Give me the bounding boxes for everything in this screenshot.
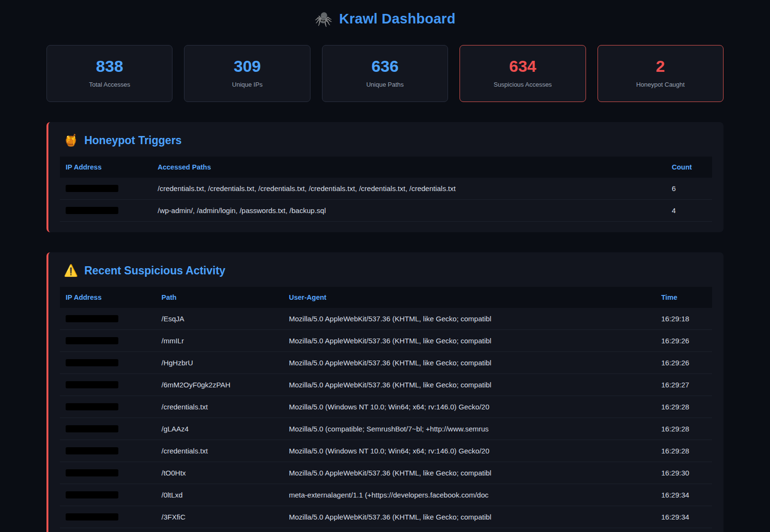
cell-time: 16:29:34 (655, 506, 712, 528)
stat-value: 838 (47, 58, 172, 74)
cell-time: 16:29:30 (655, 462, 712, 484)
col-accessed-paths: Accessed Paths (152, 157, 666, 178)
cell-path: /EsqJA (156, 308, 283, 329)
cell-ip (60, 507, 156, 527)
cell-accessed-paths: /credentials.txt, /credentials.txt, /cre… (152, 178, 666, 199)
cell-user-agent: Mozilla/5.0 (Windows NT 10.0; Win64; x64… (283, 396, 655, 418)
cell-ip (60, 178, 152, 199)
redacted-ip-bar (66, 447, 118, 454)
redacted-ip-bar (66, 491, 118, 498)
cell-ip (60, 463, 156, 483)
app-header: 🕷️ Krawl Dashboard (46, 0, 724, 30)
redacted-ip-bar (66, 315, 118, 322)
suspicious-row: /3FXfiC Mozilla/5.0 AppleWebKit/537.36 (… (60, 506, 712, 528)
suspicious-row: /credentials.txt Mozilla/5.0 (Windows NT… (60, 396, 712, 418)
cell-user-agent: Mozilla/5.0 AppleWebKit/537.36 (KHTML, l… (283, 330, 655, 351)
spider-icon: 🕷️ (314, 11, 332, 27)
cell-user-agent: Mozilla/5.0 (Windows NT 10.0; Win64; x64… (283, 440, 655, 462)
cell-time: 16:29:28 (655, 418, 712, 440)
cell-ip (60, 441, 156, 461)
cell-path: /credentials.txt (156, 396, 283, 418)
col-path: Path (156, 287, 283, 308)
stat-label: Unique IPs (184, 81, 310, 88)
redacted-ip-bar (66, 425, 118, 432)
stat-value: 2 (598, 58, 723, 74)
cell-user-agent: Mozilla/5.0 AppleWebKit/537.36 (KHTML, l… (283, 352, 655, 374)
cell-ip (60, 352, 156, 373)
suspicious-row: /credentials.txt Mozilla/5.0 (Windows NT… (60, 440, 712, 462)
honeypot-table-body: /credentials.txt, /credentials.txt, /cre… (60, 178, 712, 222)
cell-ip (60, 485, 156, 505)
cell-ip (60, 330, 156, 351)
cell-user-agent: meta-externalagent/1.1 (+https://develop… (283, 484, 655, 506)
honeypot-panel-title: 🍯 Honeypot Triggers (60, 134, 712, 147)
suspicious-row: /0ltLxd meta-externalagent/1.1 (+https:/… (60, 484, 712, 506)
cell-user-agent: Mozilla/5.0 (compatible; SemrushBot/7~bl… (283, 418, 655, 440)
cell-user-agent: Mozilla/5.0 AppleWebKit/537.36 (KHTML, l… (283, 308, 655, 329)
dashboard-page: 🕷️ Krawl Dashboard 838 Total Accesses 30… (0, 0, 770, 532)
col-count: Count (666, 157, 712, 178)
suspicious-table-header: IP Address Path User-Agent Time (60, 287, 712, 308)
honeypot-icon: 🍯 (64, 134, 78, 147)
honeypot-title-text: Honeypot Triggers (84, 134, 182, 147)
stat-card-honeypot-caught: 2 Honeypot Caught (598, 45, 724, 102)
cell-time: 16:29:26 (655, 352, 712, 374)
cell-time: 16:29:18 (655, 308, 712, 329)
stat-label: Honeypot Caught (598, 81, 723, 88)
stat-label: Suspicious Accesses (460, 81, 585, 88)
redacted-ip-bar (66, 403, 118, 410)
redacted-ip-bar (66, 337, 118, 344)
page-title: Krawl Dashboard (339, 11, 456, 27)
suspicious-row: /gLAAz4 Mozilla/5.0 (compatible; Semrush… (60, 418, 712, 440)
honeypot-triggers-panel: 🍯 Honeypot Triggers IP Address Accessed … (46, 122, 724, 232)
stat-card-unique-ips: 309 Unique IPs (184, 45, 310, 102)
cell-time: 16:29:26 (655, 330, 712, 351)
cell-path: /HgHzbrU (156, 352, 283, 374)
col-user-agent: User-Agent (283, 287, 655, 308)
stat-value: 636 (322, 58, 448, 74)
suspicious-row: /mmILr Mozilla/5.0 AppleWebKit/537.36 (K… (60, 330, 712, 352)
stat-card-unique-paths: 636 Unique Paths (322, 45, 448, 102)
stat-label: Total Accesses (47, 81, 172, 88)
cell-path: /tO0Htx (156, 462, 283, 484)
cell-path: /3FXfiC (156, 506, 283, 528)
suspicious-activity-panel: ⚠️ Recent Suspicious Activity IP Address… (46, 252, 724, 532)
redacted-ip-bar (66, 207, 118, 214)
suspicious-panel-title: ⚠️ Recent Suspicious Activity (60, 264, 712, 277)
cell-time: 16:29:28 (655, 440, 712, 462)
cell-ip (60, 419, 156, 439)
honeypot-table: IP Address Accessed Paths Count /credent… (60, 157, 712, 222)
suspicious-table: IP Address Path User-Agent Time /EsqJA M… (60, 287, 712, 528)
cell-time: 16:29:27 (655, 374, 712, 396)
cell-ip (60, 396, 156, 417)
stat-label: Unique Paths (322, 81, 448, 88)
suspicious-title-text: Recent Suspicious Activity (84, 264, 225, 277)
cell-path: /0ltLxd (156, 484, 283, 506)
cell-ip (60, 200, 152, 221)
redacted-ip-bar (66, 381, 118, 388)
cell-user-agent: Mozilla/5.0 AppleWebKit/537.36 (KHTML, l… (283, 462, 655, 484)
cell-ip (60, 308, 156, 329)
suspicious-row: /tO0Htx Mozilla/5.0 AppleWebKit/537.36 (… (60, 462, 712, 484)
cell-user-agent: Mozilla/5.0 AppleWebKit/537.36 (KHTML, l… (283, 506, 655, 528)
cell-time: 16:29:34 (655, 484, 712, 506)
redacted-ip-bar (66, 469, 118, 476)
col-ip-address: IP Address (60, 157, 152, 178)
stat-value: 309 (184, 58, 310, 74)
col-ip-address: IP Address (60, 287, 156, 308)
cell-path: /credentials.txt (156, 440, 283, 462)
cell-count: 4 (666, 200, 712, 221)
cell-user-agent: Mozilla/5.0 AppleWebKit/537.36 (KHTML, l… (283, 374, 655, 396)
suspicious-row: /HgHzbrU Mozilla/5.0 AppleWebKit/537.36 … (60, 352, 712, 374)
redacted-ip-bar (66, 513, 118, 521)
cell-path: /mmILr (156, 330, 283, 351)
cell-path: /6mM2OyF0gk2zPAH (156, 374, 283, 396)
cell-time: 16:29:28 (655, 396, 712, 418)
cell-accessed-paths: /wp-admin/, /admin/login, /passwords.txt… (152, 200, 666, 221)
suspicious-table-body: /EsqJA Mozilla/5.0 AppleWebKit/537.36 (K… (60, 308, 712, 528)
redacted-ip-bar (66, 359, 118, 366)
suspicious-row: /EsqJA Mozilla/5.0 AppleWebKit/537.36 (K… (60, 308, 712, 330)
honeypot-table-header: IP Address Accessed Paths Count (60, 157, 712, 178)
stat-cards: 838 Total Accesses 309 Unique IPs 636 Un… (46, 45, 724, 102)
stat-card-total-accesses: 838 Total Accesses (46, 45, 172, 102)
